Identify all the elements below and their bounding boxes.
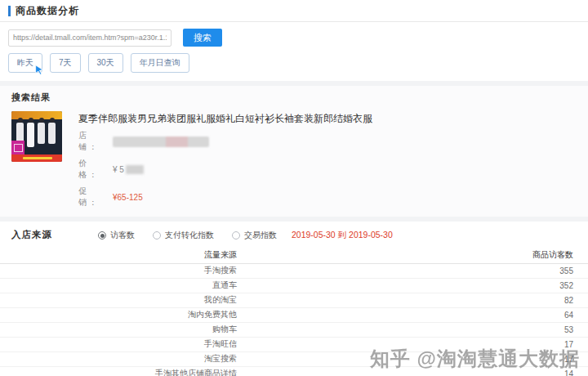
mouse-cursor-icon — [34, 65, 45, 75]
table-row: 我的淘宝 82 — [0, 293, 588, 307]
search-results-title: 搜索结果 — [11, 92, 577, 104]
column-header-product-visitors: 商品访客数 — [238, 247, 588, 263]
column-header-traffic-source: 流量来源 — [0, 247, 238, 263]
radio-payment-conversion-label: 支付转化指数 — [165, 230, 214, 241]
visitors-cell: 17 — [238, 337, 588, 351]
date-filter-7days[interactable]: 7天 — [50, 53, 81, 73]
visitors-cell: 64 — [238, 307, 588, 322]
source-cell: 淘宝搜索 — [0, 351, 238, 366]
shop-label: 店 铺： — [78, 130, 113, 153]
search-button[interactable]: 搜索 — [183, 29, 222, 47]
table-row: 直通车 352 — [0, 278, 588, 293]
source-cell: 淘内免费其他 — [0, 307, 238, 322]
entry-source-header: 入店来源 访客数 支付转化指数 交易指数 2019-05-30 到 2019-0… — [0, 222, 588, 245]
search-results-section: 搜索结果 夏季伴郎服装男兄弟装团服礼服婚礼白短衬衫长袖套装新郎结婚衣服 店 铺：… — [0, 86, 588, 217]
source-cell: 我的淘宝 — [0, 293, 238, 307]
metric-radio-group: 访客数 支付转化指数 交易指数 — [98, 230, 277, 241]
price-prefix: ¥ 5 — [113, 165, 124, 174]
visitors-cell: 355 — [238, 263, 588, 278]
entry-source-title: 入店来源 — [11, 229, 52, 241]
product-result-item: 夏季伴郎服装男兄弟装团服礼服婚礼白短衬衫长袖套装新郎结婚衣服 店 铺： 价 格：… — [11, 111, 577, 208]
date-filter-30days[interactable]: 30天 — [88, 53, 123, 73]
product-image-promo-badge — [11, 141, 24, 154]
visitors-cell: 82 — [238, 293, 588, 307]
radio-selected-icon — [98, 231, 106, 239]
visitors-cell: 14 — [238, 366, 588, 376]
table-row: 淘宝搜索 17 — [0, 351, 588, 366]
search-row: 搜索 — [0, 22, 588, 47]
radio-visitor-count-label: 访客数 — [110, 230, 135, 241]
price-value-redacted — [126, 165, 144, 174]
page-title: 商品数据分析 — [16, 4, 79, 18]
shop-value-redacted — [113, 137, 209, 147]
source-cell: 手淘搜索 — [0, 263, 238, 278]
table-row: 购物车 53 — [0, 322, 588, 337]
promo-line: 促 销： ¥65-125 — [78, 186, 372, 208]
visitors-cell: 352 — [238, 278, 588, 293]
product-image-banner-bottom — [11, 154, 62, 162]
table-row: 淘内免费其他 64 — [0, 307, 588, 322]
price-value: ¥ 5 — [113, 165, 144, 174]
date-filter-row: 昨天 7天 30天 年月日查询 — [0, 47, 588, 81]
product-title[interactable]: 夏季伴郎服装男兄弟装团服礼服婚礼白短衬衫长袖套装新郎结婚衣服 — [78, 113, 372, 125]
radio-transaction-index-label: 交易指数 — [244, 230, 277, 241]
table-row: 手淘搜索 355 — [0, 263, 588, 278]
shop-line: 店 铺： — [78, 130, 372, 153]
date-filter-custom[interactable]: 年月日查询 — [131, 53, 189, 73]
product-image[interactable] — [11, 111, 62, 162]
product-info: 夏季伴郎服装男兄弟装团服礼服婚礼白短衬衫长袖套装新郎结婚衣服 店 铺： 价 格：… — [78, 111, 372, 208]
table-row: 手淘旺信 17 — [0, 337, 588, 351]
source-cell: 直通车 — [0, 278, 238, 293]
date-filter-yesterday-label: 昨天 — [17, 58, 33, 67]
url-input[interactable] — [8, 29, 172, 47]
visitors-cell: 17 — [238, 351, 588, 366]
price-line: 价 格： ¥ 5 — [78, 158, 372, 181]
radio-visitor-count[interactable]: 访客数 — [98, 230, 135, 241]
date-filter-yesterday[interactable]: 昨天 — [8, 53, 42, 73]
source-cell: 手淘其他店铺商品详情 — [0, 366, 238, 376]
promo-value: ¥65-125 — [113, 193, 143, 202]
source-cell: 手淘旺信 — [0, 337, 238, 351]
traffic-source-table: 流量来源 商品访客数 手淘搜索 355 直通车 352 我的淘宝 82 淘内免费… — [0, 247, 588, 376]
title-accent-bar — [8, 6, 11, 16]
source-cell: 购物车 — [0, 322, 238, 337]
page-header: 商品数据分析 — [0, 0, 588, 22]
visitors-cell: 53 — [238, 322, 588, 337]
table-row: 手淘其他店铺商品详情 14 — [0, 366, 588, 376]
radio-unselected-icon — [232, 231, 240, 239]
table-header-row: 流量来源 商品访客数 — [0, 247, 588, 263]
price-label: 价 格： — [78, 158, 113, 181]
promo-label: 促 销： — [78, 186, 113, 208]
radio-unselected-icon — [153, 231, 161, 239]
radio-transaction-index[interactable]: 交易指数 — [232, 230, 277, 241]
radio-payment-conversion[interactable]: 支付转化指数 — [153, 230, 214, 241]
date-range-text: 2019-05-30 到 2019-05-30 — [292, 230, 393, 241]
